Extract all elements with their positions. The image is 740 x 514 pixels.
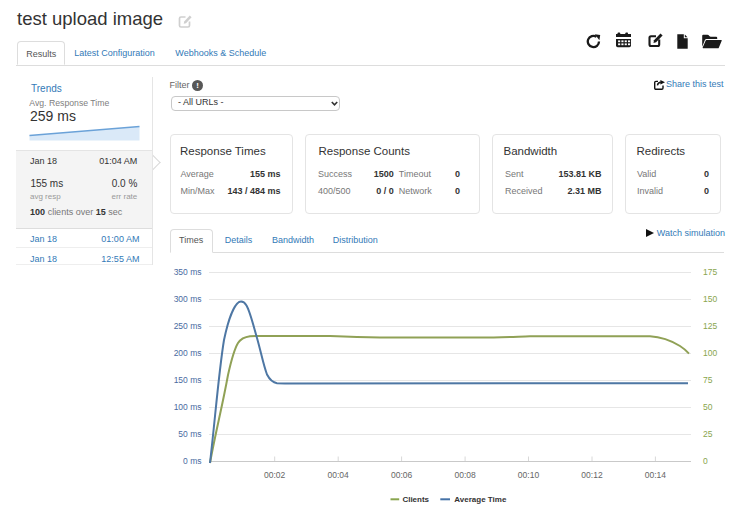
svg-text:125: 125 bbox=[703, 321, 717, 331]
svg-text:0 ms: 0 ms bbox=[183, 456, 201, 466]
svg-text:00:04: 00:04 bbox=[328, 470, 350, 480]
svg-text:00:08: 00:08 bbox=[454, 470, 476, 480]
svg-text:150: 150 bbox=[703, 294, 717, 304]
svg-text:Average Time: Average Time bbox=[454, 495, 507, 504]
svg-text:00:06: 00:06 bbox=[391, 470, 413, 480]
svg-text:50 ms: 50 ms bbox=[178, 429, 201, 439]
svg-text:250 ms: 250 ms bbox=[174, 321, 202, 331]
svg-text:00:10: 00:10 bbox=[518, 470, 540, 480]
svg-text:150 ms: 150 ms bbox=[174, 375, 202, 385]
svg-text:350 ms: 350 ms bbox=[174, 267, 202, 277]
svg-text:25: 25 bbox=[703, 429, 713, 439]
svg-text:75: 75 bbox=[703, 375, 713, 385]
svg-text:00:02: 00:02 bbox=[264, 470, 286, 480]
svg-text:200 ms: 200 ms bbox=[174, 348, 202, 358]
svg-text:100 ms: 100 ms bbox=[174, 402, 202, 412]
svg-text:300 ms: 300 ms bbox=[174, 294, 202, 304]
svg-text:0: 0 bbox=[703, 456, 708, 466]
svg-text:100: 100 bbox=[703, 348, 717, 358]
svg-text:50: 50 bbox=[703, 402, 713, 412]
svg-text:00:14: 00:14 bbox=[645, 470, 667, 480]
svg-text:175: 175 bbox=[703, 267, 717, 277]
svg-text:00:12: 00:12 bbox=[581, 470, 603, 480]
svg-text:Clients: Clients bbox=[402, 495, 429, 504]
